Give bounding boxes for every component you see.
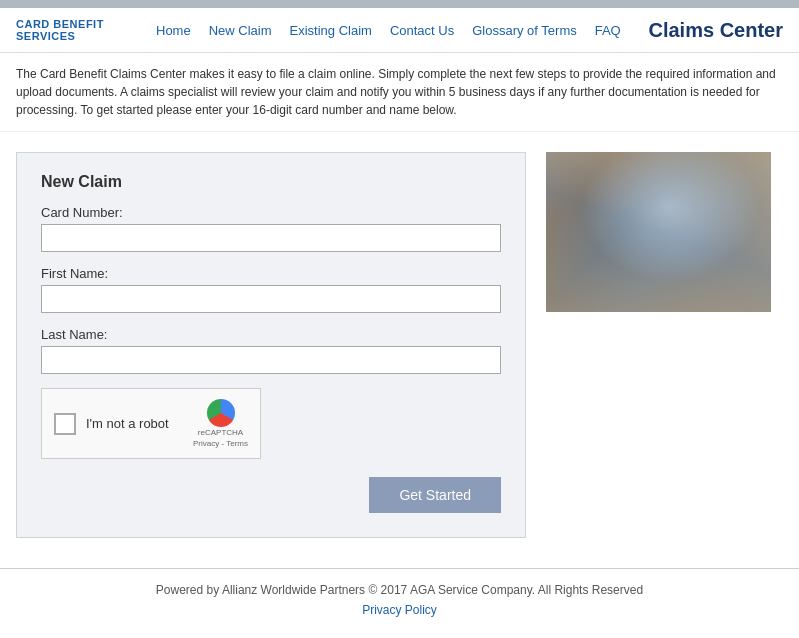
main-content: New Claim Card Number: First Name: Last … — [0, 132, 799, 558]
recaptcha-sub1: reCAPTCHA — [198, 428, 243, 438]
get-started-button[interactable]: Get Started — [369, 477, 501, 513]
recaptcha-sub2: Privacy - Terms — [193, 439, 248, 449]
first-name-label: First Name: — [41, 266, 501, 281]
nav-glossary[interactable]: Glossary of Terms — [472, 23, 577, 38]
footer-line2: Privacy Policy — [16, 603, 783, 617]
car-image-simulation — [546, 152, 771, 312]
card-number-group: Card Number: — [41, 205, 501, 252]
main-nav: Home New Claim Existing Claim Contact Us… — [156, 23, 649, 38]
nav-new-claim[interactable]: New Claim — [209, 23, 272, 38]
last-name-input[interactable] — [41, 346, 501, 374]
first-name-input[interactable] — [41, 285, 501, 313]
intro-text: The Card Benefit Claims Center makes it … — [0, 53, 799, 132]
first-name-group: First Name: — [41, 266, 501, 313]
new-claim-form-panel: New Claim Card Number: First Name: Last … — [16, 152, 526, 538]
recaptcha-logo: reCAPTCHA Privacy - Terms — [193, 399, 248, 448]
nav-contact-us[interactable]: Contact Us — [390, 23, 454, 38]
nav-existing-claim[interactable]: Existing Claim — [290, 23, 372, 38]
nav-home[interactable]: Home — [156, 23, 191, 38]
logo-line1: CARD BENEFIT — [16, 18, 126, 30]
logo-line2: SERVICES — [16, 30, 126, 42]
footer: Powered by Allianz Worldwide Partners © … — [0, 569, 799, 623]
privacy-policy-link[interactable]: Privacy Policy — [362, 603, 437, 617]
last-name-group: Last Name: — [41, 327, 501, 374]
card-number-input[interactable] — [41, 224, 501, 252]
top-bar — [0, 0, 799, 8]
footer-line1: Powered by Allianz Worldwide Partners © … — [16, 583, 783, 597]
recaptcha-label: I'm not a robot — [86, 416, 183, 431]
card-number-label: Card Number: — [41, 205, 501, 220]
recaptcha-icon — [207, 399, 235, 427]
header: CARD BENEFIT SERVICES Home New Claim Exi… — [0, 8, 799, 53]
page-title: Claims Center — [649, 19, 784, 42]
last-name-label: Last Name: — [41, 327, 501, 342]
logo: CARD BENEFIT SERVICES — [16, 18, 126, 42]
recaptcha-widget[interactable]: I'm not a robot reCAPTCHA Privacy - Term… — [41, 388, 261, 459]
form-heading: New Claim — [41, 173, 501, 191]
car-image — [546, 152, 771, 312]
recaptcha-checkbox[interactable] — [54, 413, 76, 435]
nav-faq[interactable]: FAQ — [595, 23, 621, 38]
hero-image-panel — [546, 152, 771, 312]
